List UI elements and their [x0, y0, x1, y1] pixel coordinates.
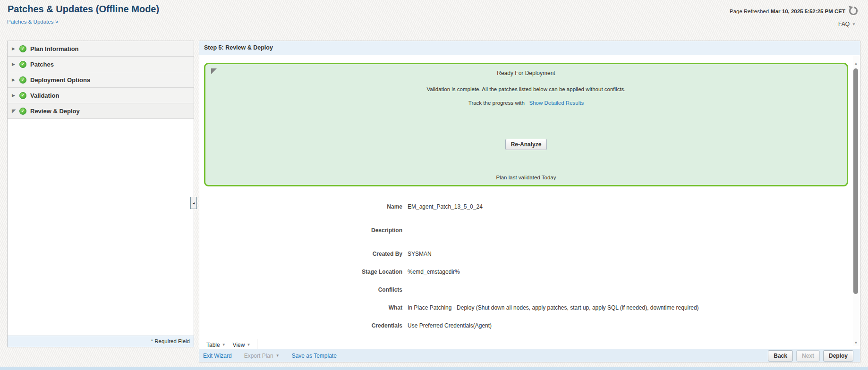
sidebar-item-review-deploy[interactable]: ◤ ✓ Review & Deploy: [8, 103, 194, 119]
view-menu[interactable]: View ▼: [233, 342, 251, 348]
main-panel: Step 5: Review & Deploy Ready For Deploy…: [199, 41, 860, 362]
save-as-template-link[interactable]: Save as Template: [292, 353, 337, 359]
vertical-scrollbar[interactable]: ▲ ▼: [853, 56, 859, 346]
step-label: Patches: [30, 61, 54, 68]
expand-triangle-icon[interactable]: ▶: [12, 46, 18, 51]
detail-row-conflicts: Conflicts: [199, 286, 832, 293]
exit-wizard-link[interactable]: Exit Wizard: [203, 353, 232, 359]
chevron-down-icon: ▼: [276, 353, 280, 358]
sidebar-item-validation[interactable]: ▶ ✓ Validation: [8, 88, 194, 103]
sidebar-collapse-handle[interactable]: ◄: [190, 197, 197, 209]
view-menu-label: View: [233, 342, 245, 348]
step-label: Plan Information: [30, 45, 79, 52]
status-progress-line: Track the progress with Show Detailed Re…: [205, 100, 847, 106]
step-complete-check-icon: ✓: [19, 45, 26, 52]
step-complete-check-icon: ✓: [19, 108, 26, 115]
sidebar-item-patches[interactable]: ▶ ✓ Patches: [8, 57, 194, 72]
expand-triangle-icon[interactable]: ▶: [12, 93, 18, 98]
chevron-down-icon: ▼: [852, 22, 856, 26]
detail-row-description: Description: [199, 227, 832, 234]
detail-label: Description: [199, 227, 402, 234]
detail-value: In Place Patching - Deploy (Shut down al…: [408, 304, 699, 311]
sidebar-item-plan-information[interactable]: ▶ ✓ Plan Information: [8, 41, 194, 57]
page-title: Patches & Updates (Offline Mode): [8, 4, 159, 15]
faq-label: FAQ: [838, 21, 850, 27]
detail-label: Conflicts: [199, 286, 402, 293]
page-bottom-band: [0, 367, 868, 370]
detail-value: Use Preferred Credentials(Agent): [408, 322, 492, 329]
detail-row-name: Name EM_agent_Patch_13_5_0_24: [199, 203, 832, 210]
table-menu[interactable]: Table ▼: [206, 342, 226, 348]
back-button[interactable]: Back: [768, 350, 793, 362]
table-menu-label: Table: [206, 342, 220, 348]
expand-triangle-icon[interactable]: ▶: [12, 62, 18, 67]
re-analyze-button[interactable]: Re-Analyze: [505, 139, 547, 150]
show-detailed-results-link[interactable]: Show Detailed Results: [529, 100, 584, 106]
required-field-note: * Required Field: [8, 336, 194, 347]
detail-value: EM_agent_Patch_13_5_0_24: [408, 203, 483, 210]
expand-triangle-icon[interactable]: ▶: [12, 77, 18, 82]
step-label: Review & Deploy: [30, 108, 80, 115]
progress-text: Track the progress with: [468, 100, 525, 106]
breadcrumb[interactable]: Patches & Updates >: [7, 19, 58, 25]
step-complete-check-icon: ✓: [19, 61, 26, 68]
deployment-status-box: Ready For Deployment Validation is compl…: [204, 63, 848, 186]
chevron-down-icon: ▼: [222, 343, 226, 347]
last-validated-text: Plan last validated Today: [205, 175, 847, 180]
left-arrow-icon: ◄: [192, 202, 196, 205]
status-message: Validation is complete. All the patches …: [205, 86, 847, 92]
detail-row-stage-location: Stage Location %emd_emstagedir%: [199, 269, 832, 275]
detail-value: SYSMAN: [408, 251, 432, 257]
detail-label: Stage Location: [199, 269, 402, 275]
page-refreshed: Page Refreshed Mar 10, 2025 5:52:25 PM C…: [730, 6, 859, 17]
scroll-down-icon[interactable]: ▼: [853, 341, 859, 345]
faq-menu[interactable]: FAQ ▼: [838, 21, 856, 27]
detail-label: Created By: [199, 251, 402, 257]
step-label: Deployment Options: [30, 76, 90, 84]
wizard-footer-bar: Exit Wizard Export Plan ▼ Save as Templa…: [199, 349, 860, 362]
scroll-up-icon[interactable]: ▲: [853, 61, 859, 66]
step-header: Step 5: Review & Deploy: [199, 41, 860, 55]
detail-value: %emd_emstagedir%: [408, 269, 460, 275]
scrollbar-thumb[interactable]: [853, 68, 858, 294]
detail-row-credentials: Credentials Use Preferred Credentials(Ag…: [199, 322, 832, 329]
step-complete-check-icon: ✓: [19, 76, 26, 84]
collapse-triangle-icon[interactable]: ◤: [12, 108, 18, 114]
detail-row-what: What In Place Patching - Deploy (Shut do…: [199, 304, 832, 311]
refresh-icon[interactable]: [848, 6, 859, 17]
export-plan-label: Export Plan: [244, 353, 273, 359]
page-refreshed-timestamp: Mar 10, 2025 5:52:25 PM CET: [771, 8, 845, 14]
detail-label: What: [199, 304, 402, 311]
page-refreshed-label: Page Refreshed: [730, 8, 769, 14]
detail-label: Name: [199, 203, 402, 210]
status-title: Ready For Deployment: [205, 70, 847, 76]
detail-label: Credentials: [199, 322, 402, 329]
wizard-steps-sidebar: ▶ ✓ Plan Information ▶ ✓ Patches ▶ ✓ Dep…: [7, 41, 194, 347]
export-plan-link: Export Plan ▼: [244, 353, 280, 359]
detail-row-created-by: Created By SYSMAN: [199, 251, 832, 257]
deploy-button[interactable]: Deploy: [823, 350, 853, 362]
step-complete-check-icon: ✓: [19, 92, 26, 99]
sidebar-empty-area: [8, 119, 194, 336]
chevron-down-icon: ▼: [247, 343, 250, 347]
next-button: Next: [796, 350, 820, 362]
step-label: Validation: [30, 92, 59, 99]
sidebar-item-deployment-options[interactable]: ▶ ✓ Deployment Options: [8, 72, 194, 88]
